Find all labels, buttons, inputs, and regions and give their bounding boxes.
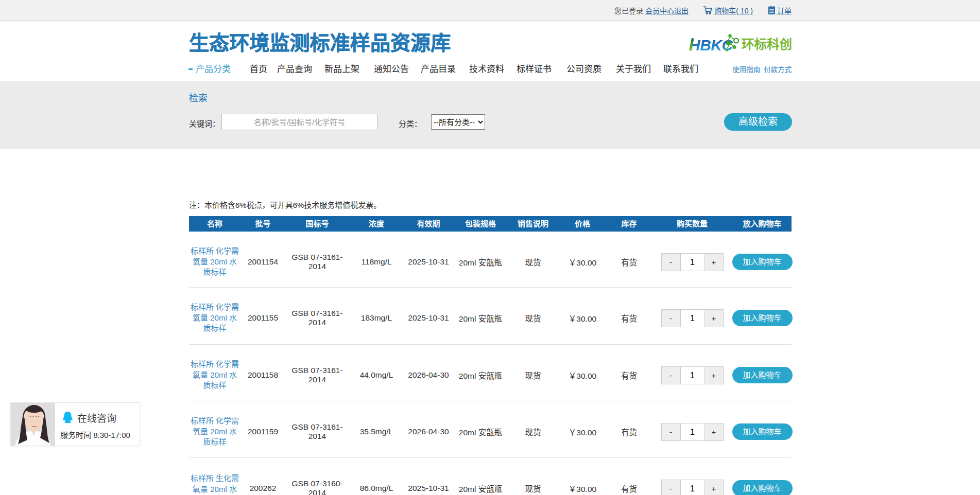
svg-text:环标科创: 环标科创 <box>742 38 792 51</box>
